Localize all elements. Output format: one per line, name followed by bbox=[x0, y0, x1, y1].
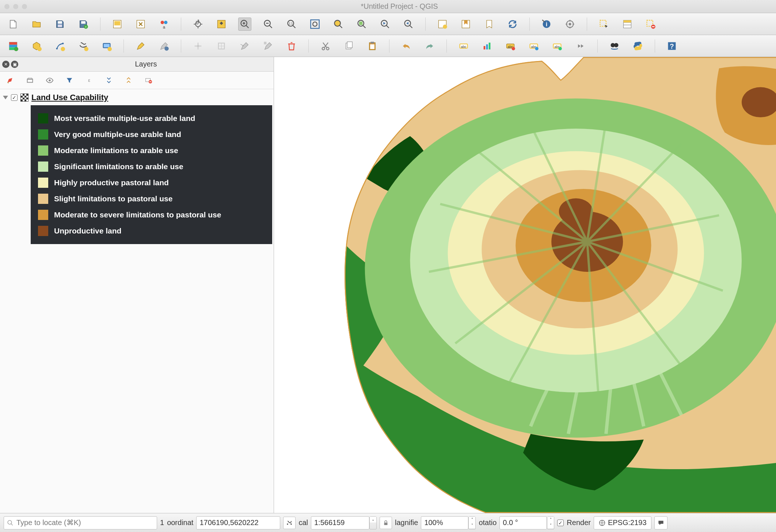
label-button[interactable]: abc bbox=[457, 39, 470, 53]
titlebar: *Untitled Project - QGIS bbox=[0, 0, 776, 13]
zoom-to-selection-button[interactable] bbox=[332, 18, 345, 31]
style-manager-button[interactable]: a bbox=[157, 18, 171, 31]
rotation-input[interactable] bbox=[499, 516, 547, 529]
python-console-button[interactable] bbox=[631, 39, 644, 53]
new-layout-button[interactable] bbox=[111, 18, 124, 31]
svg-rect-56 bbox=[370, 42, 374, 43]
pan-to-selection-button[interactable] bbox=[215, 18, 228, 31]
legend-item[interactable]: Significant limitations to arable use bbox=[38, 159, 265, 175]
minimize-window[interactable] bbox=[13, 4, 18, 9]
show-bookmarks-button[interactable] bbox=[483, 18, 496, 31]
svg-point-9 bbox=[164, 20, 167, 24]
zoom-native-button[interactable]: 1:1 bbox=[285, 18, 298, 31]
expand-all-button[interactable] bbox=[104, 75, 114, 86]
layer-item[interactable]: Land Use Capability bbox=[1, 92, 272, 103]
select-by-value-button[interactable] bbox=[621, 18, 634, 31]
add-polygon-button[interactable] bbox=[215, 39, 228, 53]
scale-dropdown[interactable]: ⌄ bbox=[369, 516, 377, 529]
visibility-button[interactable] bbox=[45, 75, 55, 86]
redo-button[interactable] bbox=[423, 39, 436, 53]
open-project-button[interactable] bbox=[30, 18, 43, 31]
save-as-button[interactable]: + bbox=[77, 18, 90, 31]
open-attribute-table-button[interactable] bbox=[563, 18, 577, 31]
layout-manager-button[interactable] bbox=[134, 18, 147, 31]
filter-legend-button[interactable] bbox=[64, 75, 75, 86]
new-shapefile-button[interactable] bbox=[53, 39, 66, 53]
zoom-next-button[interactable] bbox=[402, 18, 415, 31]
move-feature-button[interactable] bbox=[262, 39, 275, 53]
crs-button[interactable]: EPSG:2193 bbox=[594, 516, 651, 529]
svg-point-24 bbox=[443, 24, 447, 29]
expand-toggle[interactable] bbox=[3, 96, 8, 99]
lock-scale-button[interactable] bbox=[380, 517, 392, 529]
show-hide-labels-button[interactable]: abc bbox=[551, 39, 564, 53]
magnifier-input[interactable] bbox=[421, 516, 468, 529]
panel-close-button[interactable]: ✕ bbox=[2, 61, 9, 68]
toggle-editing-button[interactable] bbox=[134, 39, 147, 53]
refresh-button[interactable] bbox=[506, 18, 519, 31]
data-source-manager-button[interactable] bbox=[7, 39, 20, 53]
panel-float-button[interactable]: ▣ bbox=[11, 61, 18, 68]
deselect-button[interactable] bbox=[644, 18, 657, 31]
save-button[interactable] bbox=[53, 18, 66, 31]
toggle-extents-button[interactable] bbox=[283, 517, 296, 529]
zoom-out-button[interactable] bbox=[262, 18, 275, 31]
zoom-in-button[interactable] bbox=[238, 18, 251, 31]
highlight-pinned-button[interactable]: abc bbox=[504, 39, 517, 53]
legend-item[interactable]: Very good multiple-use arable land bbox=[38, 126, 265, 142]
layers-tree[interactable]: Land Use Capability Most versatile multi… bbox=[0, 89, 274, 513]
metasearch-button[interactable] bbox=[608, 39, 621, 53]
close-window[interactable] bbox=[4, 4, 9, 9]
layer-style-button[interactable] bbox=[5, 75, 15, 86]
panel-titlebar: ✕ ▣ Layers bbox=[0, 57, 274, 72]
copy-button[interactable] bbox=[342, 39, 355, 53]
legend-item[interactable]: Moderate limitations to arable use bbox=[38, 142, 265, 159]
delete-selected-button[interactable] bbox=[285, 39, 298, 53]
svg-rect-57 bbox=[370, 44, 374, 49]
legend-item[interactable]: Slight limitations to pastoral use bbox=[38, 191, 265, 207]
pan-button[interactable] bbox=[191, 18, 205, 31]
messages-button[interactable] bbox=[654, 516, 667, 529]
scale-input[interactable] bbox=[311, 516, 369, 529]
help-button[interactable]: ? bbox=[665, 39, 678, 53]
new-spatial-bookmark-button[interactable] bbox=[459, 18, 472, 31]
cut-button[interactable] bbox=[319, 39, 332, 53]
legend-item[interactable]: Most versatile multiple-use arable land bbox=[38, 110, 265, 126]
new-map-view-button[interactable] bbox=[436, 18, 449, 31]
layer-name-label[interactable]: Land Use Capability bbox=[31, 93, 108, 102]
save-edits-button[interactable] bbox=[157, 39, 171, 53]
digitize-button[interactable] bbox=[238, 39, 251, 53]
coordinate-input[interactable] bbox=[196, 516, 280, 529]
diagram-button[interactable] bbox=[480, 39, 494, 53]
pin-labels-button[interactable]: abc bbox=[527, 39, 540, 53]
zoom-last-button[interactable] bbox=[379, 18, 392, 31]
maximize-window[interactable] bbox=[22, 4, 27, 9]
rotation-stepper[interactable]: ˄˅ bbox=[547, 516, 554, 529]
legend-item[interactable]: Highly productive pastoral land bbox=[38, 175, 265, 191]
locator-input[interactable] bbox=[16, 518, 154, 527]
zoom-full-button[interactable] bbox=[308, 18, 322, 31]
map-canvas[interactable] bbox=[274, 57, 776, 513]
render-checkbox[interactable] bbox=[557, 520, 564, 526]
new-geopackage-button[interactable] bbox=[30, 39, 43, 53]
undo-button[interactable] bbox=[400, 39, 413, 53]
legend-item[interactable]: Moderate to severe limitations to pastor… bbox=[38, 207, 265, 223]
remove-layer-button[interactable] bbox=[143, 75, 153, 86]
select-features-button[interactable] bbox=[597, 18, 610, 31]
expression-filter-button[interactable]: ε bbox=[84, 75, 94, 86]
new-spatialite-button[interactable] bbox=[77, 39, 90, 53]
paste-button[interactable] bbox=[366, 39, 379, 53]
add-feature-button[interactable] bbox=[191, 39, 205, 53]
layer-visibility-checkbox[interactable] bbox=[11, 94, 18, 101]
zoom-to-layer-button[interactable] bbox=[355, 18, 368, 31]
legend-item[interactable]: Unproductive land bbox=[38, 223, 265, 239]
magnifier-stepper[interactable]: ˄˅ bbox=[468, 516, 476, 529]
new-virtual-layer-button[interactable] bbox=[100, 39, 113, 53]
identify-button[interactable]: i bbox=[540, 18, 553, 31]
locator-bar[interactable] bbox=[4, 516, 157, 529]
collapse-all-button[interactable] bbox=[123, 75, 134, 86]
add-group-button[interactable] bbox=[25, 75, 35, 86]
new-project-button[interactable] bbox=[7, 18, 20, 31]
toolbar-overflow-button[interactable] bbox=[574, 39, 587, 53]
svg-rect-36 bbox=[9, 42, 17, 45]
